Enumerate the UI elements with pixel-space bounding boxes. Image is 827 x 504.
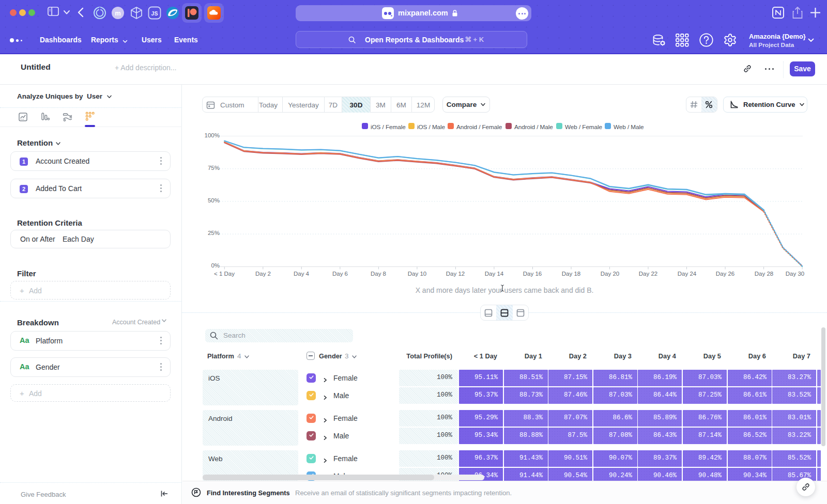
svg-text:JS: JS bbox=[151, 10, 158, 17]
svg-text:m: m bbox=[115, 9, 121, 17]
